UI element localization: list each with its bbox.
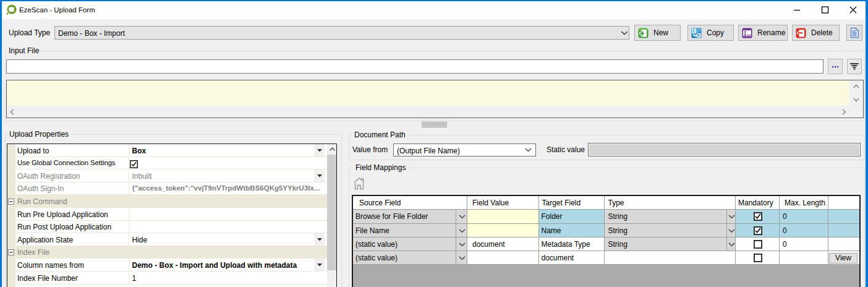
svg-text:1: 1 <box>694 29 696 33</box>
svg-text:2: 2 <box>698 33 700 37</box>
